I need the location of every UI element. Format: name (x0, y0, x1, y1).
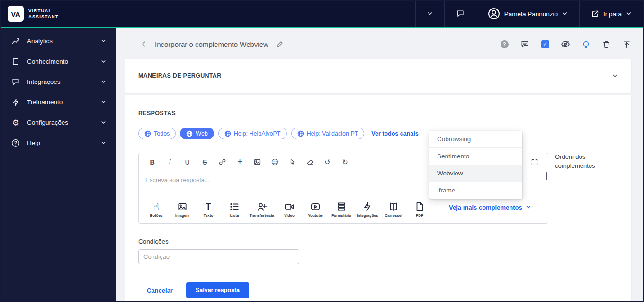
complement-transferencia[interactable]: Transferência (250, 201, 274, 218)
cursor-pointer-icon (289, 158, 296, 165)
pdf-file-icon (414, 201, 425, 212)
sidebar-item-treinamento[interactable]: Treinamento (1, 92, 116, 112)
strikethrough-button[interactable]: S (196, 155, 214, 169)
sidebar-item-integracoes[interactable]: Integrações (1, 72, 116, 92)
book-icon (11, 57, 20, 66)
chevron-down-icon (101, 59, 106, 64)
sidebar-item-label: Analytics (27, 37, 53, 45)
see-all-channels-link[interactable]: Ver todos canais (371, 130, 418, 137)
lightning-icon (11, 98, 20, 107)
topbar-user-menu[interactable]: Pamela Pannunzio (476, 1, 579, 27)
chevron-down-icon (101, 140, 106, 146)
question-icon: ? (501, 40, 509, 48)
complement-label: Texto (204, 213, 214, 218)
topbar-dropdown-toggle[interactable] (415, 1, 444, 27)
dropdown-item-sentimento[interactable]: Sentimento (429, 148, 522, 165)
sidebar-item-help[interactable]: Help (1, 133, 116, 153)
publish-button[interactable] (622, 39, 631, 49)
complement-label: Transferência (250, 213, 274, 218)
section-maneiras: MANEIRAS DE PERGUNTAR (125, 59, 631, 93)
save-response-button[interactable]: Salvar resposta (186, 282, 249, 298)
cancel-button[interactable]: Cancelar (147, 287, 173, 294)
complement-botoes[interactable]: ☝ Botões (145, 201, 167, 218)
complement-label: Carrossel (385, 213, 402, 218)
collapse-chevron-icon[interactable] (612, 73, 618, 79)
insert-image-button[interactable] (249, 155, 266, 169)
clear-format-button[interactable] (301, 155, 319, 169)
fullscreen-button[interactable] (526, 155, 543, 169)
topbar-chat-button[interactable] (444, 1, 476, 27)
link-button[interactable] (214, 155, 231, 169)
underline-button[interactable]: U (179, 155, 196, 169)
complement-label: Youtube (308, 213, 322, 218)
sidebar-item-conhecimento[interactable]: Conhecimento (1, 51, 116, 72)
edit-pencil-icon[interactable] (276, 40, 284, 48)
expand-icon (531, 158, 538, 166)
conditions-label: Condições (138, 238, 618, 245)
chevron-down-icon (101, 100, 106, 105)
hide-button[interactable] (561, 39, 570, 49)
channel-chip-help-helpaivopt[interactable]: Help: HelpAivoPT (218, 128, 287, 139)
chip-label: Help: HelpAivoPT (234, 130, 281, 137)
channel-chip-help-validacion-pt[interactable]: Help: Validacion PT (291, 128, 365, 139)
complement-video[interactable]: Video (278, 201, 300, 218)
undo-button[interactable]: ↺ (319, 155, 336, 169)
complement-integracoes[interactable]: Integrações (357, 201, 378, 218)
chevron-down-icon (101, 120, 106, 125)
emoji-button[interactable]: ☺ (266, 155, 284, 169)
chat-icon (456, 9, 465, 18)
image-icon (177, 201, 188, 212)
feedback-button[interactable] (520, 39, 529, 49)
complement-formulario[interactable]: Formulário (331, 201, 352, 218)
respostas-title: RESPOSTAS (138, 110, 176, 117)
sidebar-item-label: Integrações (27, 78, 61, 85)
page-title: Incorporar o complemento Webview (155, 40, 268, 48)
condition-input[interactable] (138, 249, 299, 264)
redo-button[interactable]: ↻ (336, 155, 354, 169)
complement-pdf[interactable]: PDF (409, 201, 430, 218)
chevron-down-icon (101, 79, 106, 84)
complement-texto[interactable]: T Texto (197, 201, 219, 218)
question-circle-icon (11, 139, 20, 147)
add-button[interactable]: + (231, 155, 249, 169)
topbar-goto-menu[interactable]: Ir para (579, 1, 643, 27)
complement-label: Formulário (331, 213, 351, 218)
sidebar-item-configuracoes[interactable]: ⚙ Configurações (1, 112, 116, 133)
brand-line1: VIRTUAL (28, 8, 59, 14)
sidebar-item-label: Help (27, 139, 40, 146)
complement-youtube[interactable]: Youtube (304, 201, 326, 218)
delete-button[interactable] (601, 39, 611, 49)
globe-icon (144, 130, 151, 137)
channel-chip-web[interactable]: Web (180, 128, 214, 139)
undo-icon: ↺ (324, 158, 331, 166)
more-complements-label: Veja mais complementos (449, 204, 522, 211)
complement-carrossel[interactable]: Carrossel (383, 201, 404, 218)
complement-lista[interactable]: Lista (224, 201, 245, 218)
suggestion-button[interactable] (581, 39, 590, 49)
italic-button[interactable]: I (161, 155, 179, 169)
feedback-chat-icon (520, 40, 529, 49)
maneiras-title: MANEIRAS DE PERGUNTAR (138, 73, 222, 79)
approved-checkbox[interactable]: ✓ (540, 39, 550, 49)
more-complements-link[interactable]: Veja mais complementos (449, 204, 531, 216)
channel-chips: Todos Web Help: HelpAivoPT Help: Validac… (138, 128, 618, 139)
sidebar-item-analytics[interactable]: Analytics (1, 31, 116, 51)
help-button[interactable]: ? (500, 39, 509, 49)
chevron-down-icon (626, 11, 632, 17)
chevron-down-icon (526, 204, 531, 210)
bold-button[interactable]: B (143, 155, 161, 169)
dropdown-item-iframe[interactable]: Iframe (429, 182, 522, 199)
complement-imagem[interactable]: Imagem (171, 201, 193, 218)
carousel-book-icon (388, 201, 399, 212)
link-icon (218, 158, 226, 166)
chat-bubble-icon (11, 78, 20, 86)
form-footer: Cancelar Salvar resposta (138, 282, 618, 298)
chip-label: Help: Validacion PT (307, 130, 358, 137)
cursor-button[interactable] (284, 155, 301, 169)
dropdown-item-cobrowsing[interactable]: Cobrowsing (429, 131, 522, 148)
topbar: VA VIRTUAL ASSISTANT Pamela Pannunzio Ir… (1, 1, 643, 27)
editor-scrollbar-thumb[interactable] (546, 172, 547, 180)
back-button[interactable] (141, 41, 147, 47)
dropdown-item-webview[interactable]: Webview (429, 165, 522, 182)
channel-chip-todos[interactable]: Todos (138, 128, 176, 139)
